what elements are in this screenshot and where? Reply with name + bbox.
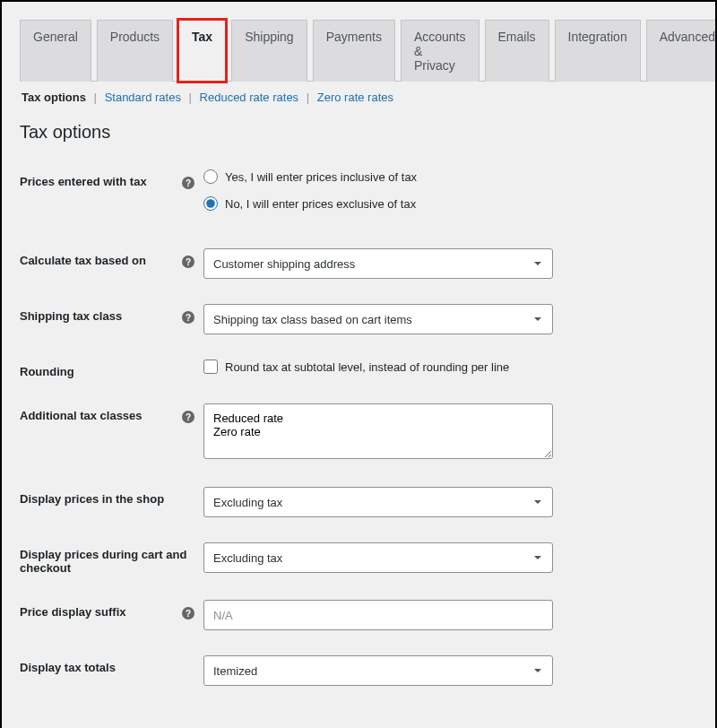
subtab-zero-rate-rates[interactable]: Zero rate rates	[315, 91, 395, 104]
label-price-suffix: Price display suffix	[20, 605, 126, 619]
row-display-prices-shop: Display prices in the shop Excluding tax	[20, 487, 697, 517]
textarea-additional-tax-classes[interactable]: Reduced rate Zero rate	[203, 403, 553, 459]
checkbox-option-rounding[interactable]: Round tax at subtotal level, instead of …	[203, 360, 652, 374]
radio-label-inclusive: Yes, I will enter prices inclusive of ta…	[225, 170, 417, 184]
label-display-cart: Display prices during cart and checkout	[20, 548, 194, 575]
row-price-display-suffix: Price display suffix ?	[20, 600, 697, 630]
tab-payments[interactable]: Payments	[313, 20, 395, 82]
label-prices-entered: Prices entered with tax	[20, 175, 147, 188]
subtab-reduced-rate-rates[interactable]: Reduced rate rates	[198, 91, 301, 104]
tab-emails[interactable]: Emails	[485, 20, 549, 82]
separator: |	[94, 91, 97, 104]
radio-option-inclusive[interactable]: Yes, I will enter prices inclusive of ta…	[203, 169, 652, 184]
tab-tax[interactable]: Tax	[178, 20, 226, 82]
help-icon[interactable]: ?	[182, 256, 194, 268]
label-display-tax-totals: Display tax totals	[20, 661, 116, 674]
tax-subtabs: Tax options | Standard rates | Reduced r…	[20, 91, 697, 104]
help-icon[interactable]: ?	[182, 177, 194, 189]
row-additional-tax-classes: Additional tax classes ? Reduced rate Ze…	[20, 403, 697, 462]
row-calculate-tax-based-on: Calculate tax based on ? Customer shippi…	[20, 248, 697, 279]
tab-products[interactable]: Products	[97, 20, 173, 82]
tab-shipping[interactable]: Shipping	[231, 20, 307, 82]
tab-advanced[interactable]: Advanced	[646, 20, 717, 82]
subtab-standard-rates[interactable]: Standard rates	[103, 91, 183, 104]
help-icon[interactable]: ?	[182, 311, 194, 324]
radio-option-exclusive[interactable]: No, I will enter prices exclusive of tax	[203, 196, 652, 211]
checkbox-rounding[interactable]	[203, 360, 218, 374]
select-display-cart[interactable]: Excluding tax	[203, 542, 553, 573]
tab-general[interactable]: General	[20, 20, 91, 82]
tab-accounts-privacy[interactable]: Accounts & Privacy	[401, 20, 479, 82]
row-display-prices-cart: Display prices during cart and checkout …	[20, 542, 697, 575]
select-shipping-tax-class[interactable]: Shipping tax class based on cart items	[203, 304, 553, 334]
radio-exclusive[interactable]	[203, 196, 218, 211]
separator: |	[189, 91, 192, 104]
row-rounding: Rounding Round tax at subtotal level, in…	[20, 360, 697, 378]
radio-inclusive[interactable]	[203, 169, 218, 184]
row-display-tax-totals: Display tax totals Itemized	[20, 655, 697, 686]
label-rounding: Rounding	[20, 365, 74, 378]
radio-label-exclusive: No, I will enter prices exclusive of tax	[225, 197, 416, 211]
settings-tabs: General Products Tax Shipping Payments A…	[20, 20, 697, 82]
select-display-tax-totals[interactable]: Itemized	[203, 655, 553, 686]
select-display-shop[interactable]: Excluding tax	[203, 487, 553, 517]
help-icon[interactable]: ?	[182, 607, 194, 620]
label-shipping-tax-class: Shipping tax class	[20, 309, 122, 323]
label-additional-tax-classes: Additional tax classes	[20, 409, 143, 422]
select-calculate-tax[interactable]: Customer shipping address	[203, 248, 553, 279]
row-prices-entered-with-tax: Prices entered with tax ? Yes, I will en…	[20, 169, 697, 223]
section-title: Tax options	[20, 122, 697, 143]
help-icon[interactable]: ?	[182, 411, 194, 423]
subtab-tax-options[interactable]: Tax options	[20, 91, 88, 104]
label-display-shop: Display prices in the shop	[20, 492, 164, 506]
label-calc-tax: Calculate tax based on	[20, 254, 146, 267]
separator: |	[307, 91, 309, 104]
tab-integration[interactable]: Integration	[555, 20, 641, 82]
checkbox-label-rounding: Round tax at subtotal level, instead of …	[225, 360, 509, 374]
row-shipping-tax-class: Shipping tax class ? Shipping tax class …	[20, 304, 697, 334]
input-price-suffix[interactable]	[203, 600, 553, 630]
